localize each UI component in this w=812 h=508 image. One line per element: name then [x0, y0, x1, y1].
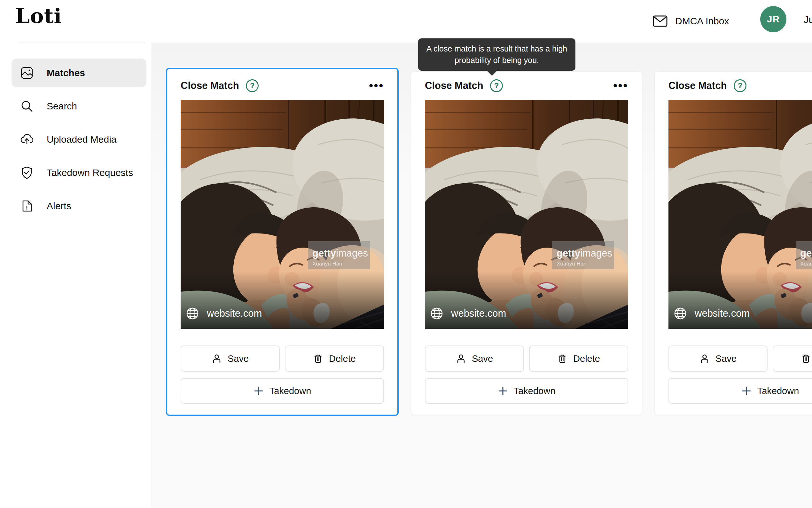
sidebar-item-search[interactable]: Search: [11, 92, 146, 121]
card-title: Close Match: [181, 80, 239, 91]
dmca-inbox-label: DMCA Inbox: [675, 16, 729, 27]
card-header: Close Match ? •••: [668, 79, 812, 93]
plus-icon: [253, 386, 264, 396]
save-button[interactable]: Save: [668, 345, 768, 372]
dmca-inbox-button[interactable]: DMCA Inbox: [653, 11, 729, 31]
search-icon: [20, 99, 34, 113]
card-header: Close Match ? •••: [425, 79, 628, 93]
source-domain: website.com: [451, 308, 506, 319]
trash-icon: [313, 353, 323, 364]
question-circle-icon[interactable]: ?: [733, 79, 747, 92]
sidebar-item-matches[interactable]: Matches: [11, 58, 146, 87]
save-label: Save: [715, 353, 736, 364]
save-button[interactable]: Save: [425, 345, 524, 372]
sidebar-item-label: Search: [47, 101, 77, 112]
source-overlay: website.com: [668, 298, 812, 329]
match-photo: [425, 100, 628, 329]
card-actions: Save Delete: [425, 345, 628, 372]
takedown-label: Takedown: [514, 386, 556, 396]
document-alert-icon: [20, 199, 34, 213]
save-button[interactable]: Save: [181, 345, 280, 372]
person-icon: [456, 353, 466, 364]
globe-icon: [186, 307, 199, 320]
save-label: Save: [228, 353, 249, 364]
plus-icon: [498, 386, 508, 396]
card-header: Close Match ? •••: [181, 79, 384, 93]
trash-icon: [801, 353, 811, 364]
plus-icon: [742, 386, 752, 396]
sidebar-item-takedown-requests[interactable]: Takedown Requests: [11, 158, 146, 187]
save-label: Save: [472, 353, 493, 364]
match-card-selected[interactable]: Close Match ? ••• website.com Save Delet…: [166, 68, 399, 416]
match-thumbnail[interactable]: website.com: [668, 100, 812, 329]
user-name[interactable]: Ju: [804, 14, 812, 26]
sidebar-item-uploaded-media[interactable]: Uploaded Media: [11, 125, 146, 154]
card-title: Close Match: [668, 80, 727, 91]
trash-icon: [557, 353, 567, 364]
delete-label: Delete: [329, 353, 356, 364]
svg-text:?: ?: [494, 81, 499, 90]
mail-icon: [653, 15, 668, 27]
shield-check-icon: [20, 166, 34, 180]
match-photo: [181, 100, 384, 329]
takedown-label: Takedown: [757, 386, 799, 396]
person-icon: [700, 353, 710, 364]
match-card[interactable]: Close Match ? ••• website.com Save Delet…: [655, 72, 812, 415]
person-icon: [211, 353, 222, 364]
sidebar-item-label: Uploaded Media: [47, 134, 116, 145]
card-actions: Save Delete: [181, 345, 384, 372]
svg-text:?: ?: [737, 81, 742, 90]
source-domain: website.com: [695, 308, 750, 319]
card-title: Close Match: [425, 80, 483, 91]
sidebar: Matches Search Uploaded Media: [0, 0, 152, 508]
globe-icon: [430, 307, 443, 320]
sidebar-item-alerts[interactable]: Alerts: [11, 192, 146, 220]
delete-button[interactable]: Delete: [285, 345, 384, 372]
svg-text:?: ?: [250, 81, 254, 90]
match-thumbnail[interactable]: website.com: [181, 100, 384, 329]
sidebar-nav: Matches Search Uploaded Media: [11, 58, 146, 225]
delete-button[interactable]: Delete: [773, 345, 812, 372]
match-photo: [668, 100, 812, 329]
delete-button[interactable]: Delete: [529, 345, 628, 372]
takedown-button[interactable]: Takedown: [181, 378, 384, 404]
takedown-button[interactable]: Takedown: [668, 378, 812, 404]
match-card[interactable]: Close Match ? ••• website.com Save Delet…: [411, 72, 642, 415]
sidebar-item-label: Matches: [47, 68, 85, 78]
sidebar-item-label: Alerts: [47, 201, 71, 211]
topbar: Loti DMCA Inbox JR Ju: [0, 0, 812, 43]
globe-icon: [674, 307, 687, 320]
card-actions: Save Delete: [668, 345, 812, 372]
match-thumbnail[interactable]: website.com: [425, 100, 628, 329]
card-menu-button[interactable]: •••: [613, 83, 628, 89]
takedown-label: Takedown: [270, 386, 312, 396]
source-overlay: website.com: [425, 298, 628, 329]
question-circle-icon[interactable]: ?: [490, 79, 503, 92]
avatar[interactable]: JR: [760, 6, 786, 32]
card-menu-button[interactable]: •••: [369, 83, 384, 89]
brand-logo: Loti: [15, 4, 62, 28]
tooltip-text: A close match is a result that has a hig…: [426, 44, 567, 65]
question-circle-icon[interactable]: ?: [245, 79, 259, 92]
sidebar-item-label: Takedown Requests: [47, 167, 133, 178]
cloud-upload-icon: [20, 132, 34, 146]
takedown-button[interactable]: Takedown: [425, 378, 628, 404]
close-match-tooltip: A close match is a result that has a hig…: [418, 38, 575, 71]
delete-label: Delete: [573, 353, 600, 364]
avatar-initials: JR: [767, 14, 780, 25]
source-overlay: website.com: [181, 298, 384, 329]
image-icon: [20, 66, 34, 80]
source-domain: website.com: [207, 308, 262, 319]
